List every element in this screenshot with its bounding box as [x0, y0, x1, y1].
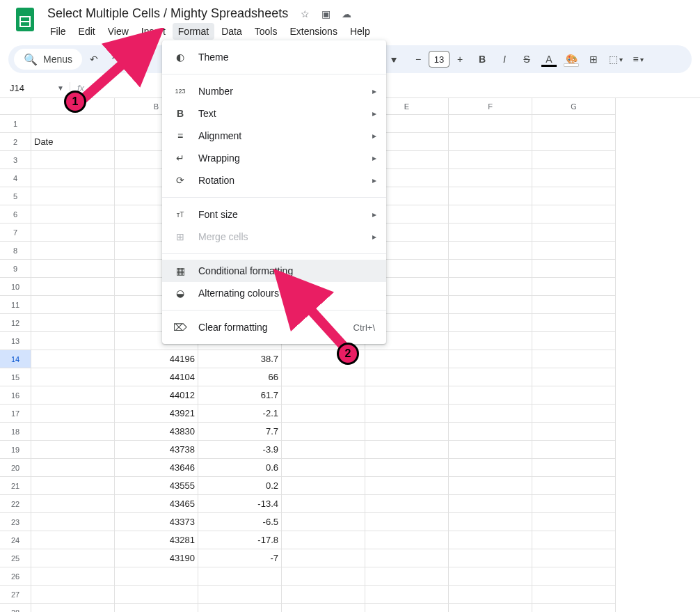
- cell-C25[interactable]: -7: [198, 549, 282, 567]
- fontsize-value[interactable]: 13: [429, 51, 450, 68]
- cell-F14[interactable]: [449, 350, 532, 368]
- cell-G17[interactable]: [532, 405, 616, 423]
- cell-G9[interactable]: [532, 260, 616, 278]
- menu-tools[interactable]: Tools: [249, 23, 283, 40]
- cell-G2[interactable]: [532, 133, 616, 151]
- cell-D23[interactable]: [282, 513, 365, 531]
- cell-G16[interactable]: [532, 386, 616, 405]
- row-header-19[interactable]: 19: [0, 441, 31, 459]
- row-header-11[interactable]: 11: [0, 296, 31, 314]
- cell-C24[interactable]: -17.8: [198, 531, 282, 549]
- move-icon[interactable]: ▣: [319, 7, 333, 21]
- cell-A12[interactable]: [31, 314, 115, 332]
- cell-G11[interactable]: [532, 296, 616, 314]
- row-header-24[interactable]: 24: [0, 531, 31, 549]
- cell-B17[interactable]: 43921: [115, 405, 198, 423]
- row-header-20[interactable]: 20: [0, 459, 31, 477]
- cell-C18[interactable]: 7.7: [198, 423, 282, 441]
- cell-G4[interactable]: [532, 169, 616, 187]
- row-header-27[interactable]: 27: [0, 586, 31, 604]
- cell-F1[interactable]: [449, 115, 532, 133]
- cell-G26[interactable]: [532, 567, 616, 586]
- cell-C17[interactable]: -2.1: [198, 405, 282, 423]
- row-header-22[interactable]: 22: [0, 495, 31, 513]
- menu-format[interactable]: Format: [173, 23, 214, 40]
- cell-A17[interactable]: [31, 405, 115, 423]
- cell-G24[interactable]: [532, 531, 616, 549]
- row-header-4[interactable]: 4: [0, 169, 31, 187]
- cell-F3[interactable]: [449, 151, 532, 169]
- cell-G8[interactable]: [532, 242, 616, 260]
- cell-E18[interactable]: [365, 423, 449, 441]
- row-header-9[interactable]: 9: [0, 260, 31, 278]
- cell-G25[interactable]: [532, 549, 616, 567]
- row-header-3[interactable]: 3: [0, 151, 31, 169]
- cell-G5[interactable]: [532, 187, 616, 205]
- menu-help[interactable]: Help: [344, 23, 376, 40]
- cell-C23[interactable]: -6.5: [198, 513, 282, 531]
- row-header-8[interactable]: 8: [0, 242, 31, 260]
- cell-A8[interactable]: [31, 242, 115, 260]
- cell-B25[interactable]: 43190: [115, 549, 198, 567]
- cell-A7[interactable]: [31, 223, 115, 242]
- cell-F2[interactable]: [449, 133, 532, 151]
- format-menu-wrapping[interactable]: ↵Wrapping▸: [162, 147, 386, 169]
- cell-A26[interactable]: [31, 567, 115, 586]
- cell-A20[interactable]: [31, 459, 115, 477]
- cell-F27[interactable]: [449, 586, 532, 604]
- fontsize-minus[interactable]: −: [408, 49, 429, 70]
- cell-B15[interactable]: 44104: [115, 368, 198, 386]
- cell-A5[interactable]: [31, 187, 115, 205]
- cell-A23[interactable]: [31, 513, 115, 531]
- sheets-logo[interactable]: [11, 6, 39, 33]
- cell-E26[interactable]: [365, 567, 449, 586]
- cell-G12[interactable]: [532, 314, 616, 332]
- format-menu-theme[interactable]: ◐Theme: [162, 46, 386, 68]
- cell-F5[interactable]: [449, 187, 532, 205]
- cell-G28[interactable]: [532, 604, 616, 612]
- textcolor-button[interactable]: A: [539, 49, 559, 70]
- cell-C28[interactable]: [198, 604, 282, 612]
- cell-B14[interactable]: 44196: [115, 350, 198, 368]
- cell-D16[interactable]: [282, 386, 365, 405]
- cell-D21[interactable]: [282, 477, 365, 495]
- cell-B23[interactable]: 43373: [115, 513, 198, 531]
- row-header-28[interactable]: 28: [0, 604, 31, 612]
- menus-search[interactable]: 🔍 Menus: [14, 49, 82, 70]
- cell-G14[interactable]: [532, 350, 616, 368]
- cell-G7[interactable]: [532, 223, 616, 242]
- cell-F19[interactable]: [449, 441, 532, 459]
- row-header-23[interactable]: 23: [0, 513, 31, 531]
- cell-B24[interactable]: 43281: [115, 531, 198, 549]
- cell-A14[interactable]: [31, 350, 115, 368]
- cell-G13[interactable]: [532, 332, 616, 350]
- cell-D25[interactable]: [282, 549, 365, 567]
- cell-A19[interactable]: [31, 441, 115, 459]
- cell-A2[interactable]: Date: [31, 133, 115, 151]
- cell-F25[interactable]: [449, 549, 532, 567]
- cell-A6[interactable]: [31, 205, 115, 223]
- cell-A13[interactable]: [31, 332, 115, 350]
- cell-G1[interactable]: [532, 115, 616, 133]
- cell-A22[interactable]: [31, 495, 115, 513]
- fillcolor-button[interactable]: 🎨: [561, 49, 582, 70]
- cell-F20[interactable]: [449, 459, 532, 477]
- cell-D15[interactable]: [282, 368, 365, 386]
- cell-D18[interactable]: [282, 423, 365, 441]
- cell-D27[interactable]: [282, 586, 365, 604]
- row-header-14[interactable]: 14: [0, 350, 31, 368]
- cell-C21[interactable]: 0.2: [198, 477, 282, 495]
- cell-C22[interactable]: -13.4: [198, 495, 282, 513]
- cell-A11[interactable]: [31, 296, 115, 314]
- cell-G22[interactable]: [532, 495, 616, 513]
- strike-button[interactable]: S: [516, 49, 537, 70]
- name-box[interactable]: J14 ▼: [0, 83, 70, 93]
- row-header-10[interactable]: 10: [0, 278, 31, 296]
- format-menu-rotation[interactable]: ⟳Rotation▸: [162, 169, 386, 191]
- select-all-corner[interactable]: [0, 98, 31, 115]
- cell-B18[interactable]: 43830: [115, 423, 198, 441]
- star-icon[interactable]: ☆: [298, 7, 312, 21]
- cell-G19[interactable]: [532, 441, 616, 459]
- cell-C19[interactable]: -3.9: [198, 441, 282, 459]
- cell-F23[interactable]: [449, 513, 532, 531]
